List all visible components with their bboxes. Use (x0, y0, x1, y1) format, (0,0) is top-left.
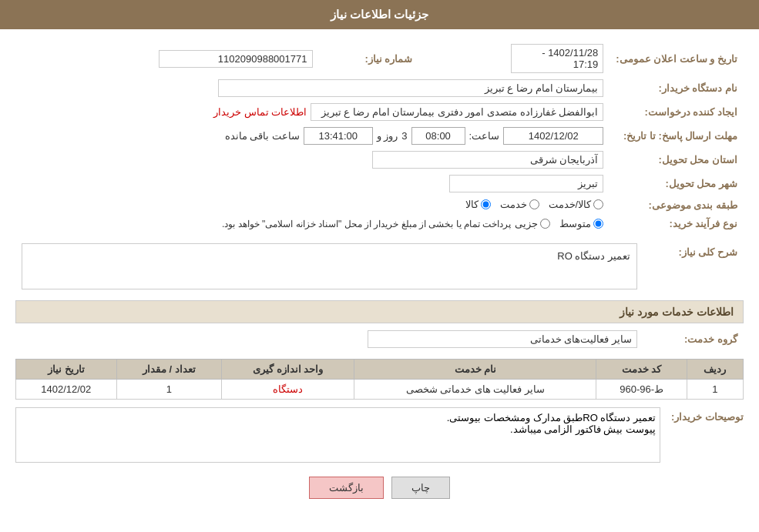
contact-link[interactable]: اطلاعات تماس خریدار (213, 106, 307, 118)
response-time-label: ساعت: (469, 130, 500, 142)
buyer-name-value: بیمارستان امام رضا ع تبریز (218, 79, 603, 97)
response-deadline-row: 1402/12/02 ساعت: 08:00 3 روز و 13:41:00 … (22, 127, 603, 145)
category-option-kala[interactable]: کالا (465, 199, 491, 210)
info-table: تاریخ و ساعت اعلان عمومی: 1402/11/28 - 1… (15, 41, 744, 233)
col-quantity: تعداد / مقدار (116, 360, 222, 380)
purchase-type-label: نوع فرآیند خرید: (610, 215, 744, 233)
category-radio-kala[interactable] (481, 199, 491, 209)
announcement-row: 1402/11/28 - 17:19 (425, 44, 604, 73)
back-button[interactable]: بازگشت (309, 477, 384, 499)
purchase-type-note: پرداخت تمام یا بخشی از مبلغ خریدار از مح… (222, 219, 511, 229)
response-time: 08:00 (411, 127, 465, 145)
general-desc-value: تعمیر دستگاه RO (22, 243, 637, 289)
cell-date: 1402/12/02 (16, 380, 117, 400)
services-section-header: اطلاعات خدمات مورد نیاز (15, 300, 744, 323)
table-row: 1 ط-96-960 سایر فعالیت های خدماتی شخصی د… (16, 380, 744, 400)
general-desc-table: شرح کلی نیاز: تعمیر دستگاه RO (15, 240, 744, 293)
creator-label: ایجاد کننده درخواست: (610, 100, 744, 124)
services-table: ردیف کد خدمت نام خدمت واحد اندازه گیری ت… (15, 359, 744, 400)
purchase-option-motawaset[interactable]: متوسط (559, 218, 603, 229)
service-group-value: سایر فعالیت‌های خدماتی (368, 330, 637, 348)
row-general-desc: شرح کلی نیاز: تعمیر دستگاه RO (15, 240, 744, 293)
col-name: نام خدمت (354, 360, 596, 380)
services-table-body: 1 ط-96-960 سایر فعالیت های خدماتی شخصی د… (16, 380, 744, 400)
category-option-khedmat[interactable]: خدمت (500, 199, 539, 210)
services-table-header-row: ردیف کد خدمت نام خدمت واحد اندازه گیری ت… (16, 360, 744, 380)
row-service-group: گروه خدمت: سایر فعالیت‌های خدماتی (15, 327, 744, 351)
purchase-radio-group: متوسط جزیی (515, 218, 603, 229)
cell-code: ط-96-960 (596, 380, 687, 400)
col-code: کد خدمت (596, 360, 687, 380)
buyer-desc-textarea[interactable] (15, 407, 660, 463)
col-unit: واحد اندازه گیری (222, 360, 354, 380)
header-title: جزئیات اطلاعات نیاز (331, 8, 428, 21)
city-label: شهر محل تحویل: (610, 172, 744, 196)
response-remaining: 13:41:00 (304, 127, 373, 145)
creator-row: ابوالفضل غفارزاده متصدی امور دفتری بیمار… (22, 103, 603, 121)
city-value: تبریز (449, 175, 603, 192)
category-option-kala-khedmat[interactable]: کالا/خدمت (549, 199, 604, 210)
row-need-number: تاریخ و ساعت اعلان عمومی: 1402/11/28 - 1… (15, 41, 744, 76)
purchase-option-jozyi[interactable]: جزیی (515, 218, 550, 229)
service-group-table: گروه خدمت: سایر فعالیت‌های خدماتی (15, 327, 744, 351)
buyer-name-label: نام دستگاه خریدار: (610, 76, 744, 100)
page-header: جزئیات اطلاعات نیاز (0, 0, 759, 29)
cell-name: سایر فعالیت های خدماتی شخصی (354, 380, 596, 400)
cell-unit: دستگاه (222, 380, 354, 400)
row-creator: ایجاد کننده درخواست: ابوالفضل غفارزاده م… (15, 100, 744, 124)
response-days-label: روز و (377, 130, 398, 142)
response-days: 3 (401, 130, 407, 142)
row-province: استان محل تحویل: آذربایجان شرقی (15, 148, 744, 172)
col-date: تاریخ نیاز (16, 360, 117, 380)
buyer-desc-row: توصیحات خریدار: (15, 407, 744, 465)
purchase-radio-motawaset[interactable] (593, 219, 603, 229)
row-response-deadline: مهلت ارسال پاسخ: تا تاریخ: 1402/12/02 سا… (15, 124, 744, 148)
response-remaining-label: ساعت باقی مانده (225, 130, 300, 142)
services-table-head: ردیف کد خدمت نام خدمت واحد اندازه گیری ت… (16, 360, 744, 380)
need-number-label: شماره نیاز: (319, 41, 419, 76)
province-label: استان محل تحویل: (610, 148, 744, 172)
response-date: 1402/12/02 (503, 127, 603, 145)
main-content: تاریخ و ساعت اعلان عمومی: 1402/11/28 - 1… (0, 29, 759, 526)
response-deadline-label: مهلت ارسال پاسخ: تا تاریخ: (610, 124, 744, 148)
page-wrapper: جزئیات اطلاعات نیاز تاریخ و ساعت اعلان ع… (0, 0, 759, 532)
row-buyer-name: نام دستگاه خریدار: بیمارستان امام رضا ع … (15, 76, 744, 100)
buttons-row: چاپ بازگشت (15, 477, 744, 514)
row-city: شهر محل تحویل: تبریز (15, 172, 744, 196)
row-purchase-type: نوع فرآیند خرید: متوسط جزیی پرداخت تمام … (15, 215, 744, 233)
announcement-value: 1402/11/28 - 17:19 (511, 44, 603, 73)
service-group-label: گروه خدمت: (643, 327, 744, 351)
purchase-radio-jozyi[interactable] (540, 219, 550, 229)
general-desc-label: شرح کلی نیاز: (643, 240, 744, 293)
print-button[interactable]: چاپ (391, 477, 450, 499)
purchase-type-row: متوسط جزیی پرداخت تمام یا بخشی از مبلغ خ… (22, 218, 603, 229)
cell-quantity: 1 (116, 380, 222, 400)
category-radio-khedmat[interactable] (529, 199, 539, 209)
announcement-label: تاریخ و ساعت اعلان عمومی: (610, 41, 744, 76)
category-radio-group: کالا/خدمت خدمت کالا (465, 199, 604, 210)
province-value: آذربایجان شرقی (372, 151, 603, 169)
col-row: ردیف (687, 360, 743, 380)
category-label: طبقه بندی موضوعی: (610, 196, 744, 215)
creator-value: ابوالفضل غفارزاده متصدی امور دفتری بیمار… (311, 103, 603, 121)
category-radio-kala-khedmat[interactable] (593, 199, 603, 209)
buyer-desc-label: توصیحات خریدار: (667, 407, 744, 423)
row-category: طبقه بندی موضوعی: کالا/خدمت خدمت کالا (15, 196, 744, 215)
cell-row: 1 (687, 380, 743, 400)
need-number-value: 1102090988001771 (159, 50, 313, 68)
